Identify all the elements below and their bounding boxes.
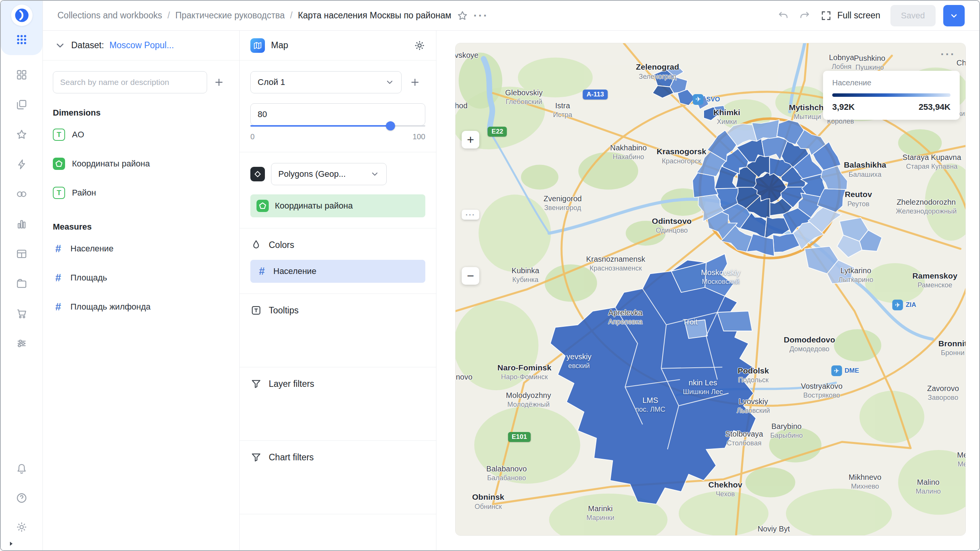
map-more-icon[interactable]: ··· — [941, 49, 956, 60]
chart-filters-section[interactable]: Chart filters — [240, 440, 436, 514]
chevron-down-icon[interactable] — [54, 40, 66, 51]
map-chart-icon[interactable] — [250, 38, 265, 53]
save-dropdown-button[interactable] — [943, 5, 965, 26]
redo-icon[interactable] — [799, 10, 810, 21]
star-icon[interactable] — [11, 124, 32, 145]
left-rail — [1, 1, 43, 550]
measure-field-icon: # — [256, 265, 267, 277]
dimension-item[interactable]: TAO — [53, 120, 229, 149]
dimensions-title: Dimensions — [53, 108, 229, 118]
zoom-control: + ··· − — [462, 131, 479, 285]
zoom-out-button[interactable]: − — [462, 267, 479, 285]
geotype-select[interactable]: Polygons (Geop... — [271, 163, 387, 185]
chart-settings-gear-icon[interactable] — [414, 40, 425, 51]
field-label: Район — [72, 188, 96, 198]
search-input[interactable] — [53, 71, 207, 93]
fullscreen-label[interactable]: Full screen — [837, 10, 880, 21]
text-field-icon: T — [53, 187, 65, 199]
cart-icon[interactable] — [11, 303, 32, 324]
rail-top — [1, 1, 42, 55]
layer-filters-section[interactable]: Layer filters — [240, 367, 436, 440]
colors-icon — [250, 239, 262, 251]
dimension-item[interactable]: Координаты района — [53, 149, 229, 178]
zoom-slider-handle[interactable]: ··· — [462, 210, 479, 220]
dimensions-list: TAOКоординаты районаTРайон — [53, 120, 229, 207]
bell-icon[interactable] — [11, 458, 32, 479]
lightning-icon[interactable] — [11, 154, 32, 174]
text-field-icon: T — [53, 129, 65, 141]
app-window: Collections and workbooks / Практические… — [0, 0, 980, 551]
map-panel: rovskoyeLobnyaЛобняPushkinoПушкиноChZele… — [436, 31, 979, 550]
measure-field-icon: # — [53, 272, 64, 284]
gear-icon[interactable] — [11, 517, 32, 537]
breadcrumb-workbook[interactable]: Практические руководства — [175, 10, 285, 21]
add-layer-button[interactable] — [405, 72, 425, 93]
layer-select-value: Слой 1 — [258, 77, 285, 87]
rail-bottom — [11, 458, 32, 540]
colors-title: Colors — [269, 240, 294, 250]
measure-item[interactable]: #Площадь — [53, 263, 229, 292]
dimension-item[interactable]: TРайон — [53, 178, 229, 207]
bar-chart-icon[interactable] — [11, 214, 32, 234]
field-label: AO — [72, 130, 84, 140]
table-icon[interactable] — [11, 243, 32, 264]
opacity-track[interactable] — [250, 125, 425, 127]
saved-button[interactable]: Saved — [890, 5, 936, 26]
chart-type-header: Map — [240, 31, 436, 60]
sliders-icon[interactable] — [11, 333, 32, 354]
services-grid-icon[interactable] — [11, 29, 32, 50]
squares-icon[interactable] — [11, 64, 32, 85]
expand-panel-button[interactable] — [1, 540, 42, 550]
rail-nav — [11, 64, 32, 354]
opacity-slider[interactable]: 80 0 100 — [250, 103, 425, 141]
legend-max: 253,94K — [919, 102, 951, 112]
zoom-in-button[interactable]: + — [462, 131, 479, 148]
measure-field-icon: # — [53, 243, 64, 255]
folder-icon[interactable] — [11, 273, 32, 294]
dataset-link[interactable]: Moscow Popul... — [109, 40, 174, 51]
field-label: Площадь жилфонда — [70, 302, 150, 312]
tooltips-section[interactable]: Tooltips — [240, 293, 436, 367]
funnel-icon — [250, 378, 262, 390]
favorite-star-icon[interactable] — [457, 10, 468, 21]
map-container[interactable]: rovskoyeLobnyaЛобняPushkinoПушкиноChZele… — [456, 43, 965, 535]
map-legend: Население 3,92K 253,94K — [823, 71, 960, 120]
add-field-button[interactable] — [209, 72, 229, 93]
breadcrumb-separator: / — [168, 10, 170, 21]
geotype-value: Polygons (Geop... — [278, 169, 346, 179]
measure-item[interactable]: #Население — [53, 234, 229, 263]
circles-icon[interactable] — [11, 184, 32, 204]
measure-field-icon: # — [53, 301, 64, 313]
geopolygon-field-icon — [256, 200, 269, 212]
chevron-down-icon — [385, 78, 394, 87]
dataset-label: Dataset: — [71, 40, 104, 51]
geopolygon-field-chip[interactable]: Координаты района — [250, 194, 425, 217]
chevron-down-icon — [370, 170, 379, 179]
measure-item[interactable]: #Площадь жилфонда — [53, 292, 229, 321]
chart-filters-title: Chart filters — [269, 452, 314, 463]
help-icon[interactable] — [11, 487, 32, 508]
more-menu-icon[interactable]: ··· — [474, 10, 488, 21]
geolayer-icon — [250, 167, 265, 181]
legend-min: 3,92K — [832, 102, 855, 112]
undo-icon[interactable] — [777, 10, 789, 21]
layers-icon[interactable] — [11, 94, 32, 115]
colors-field-label: Население — [273, 266, 316, 276]
top-bar: Collections and workbooks / Практические… — [43, 1, 979, 31]
colors-section: Colors # Население — [240, 228, 436, 293]
opacity-knob[interactable] — [386, 121, 395, 130]
opacity-value: 80 — [258, 109, 267, 119]
opacity-max: 100 — [413, 132, 425, 141]
fullscreen-icon[interactable] — [820, 10, 832, 21]
breadcrumb-collections[interactable]: Collections and workbooks — [57, 10, 162, 21]
layer-section: Слой 1 80 0 100 — [240, 60, 436, 152]
chart-type-label: Map — [271, 40, 288, 51]
colors-field-chip[interactable]: # Население — [250, 260, 425, 283]
config-panel-spacer — [240, 514, 436, 550]
geopolygon-field-icon — [53, 158, 65, 170]
datalens-logo[interactable] — [11, 5, 33, 26]
page-title: Карта населения Москвы по районам — [298, 10, 451, 21]
legend-gradient — [832, 93, 951, 97]
layer-select[interactable]: Слой 1 — [250, 71, 402, 93]
measures-list: #Население#Площадь#Площадь жилфонда — [53, 234, 229, 321]
